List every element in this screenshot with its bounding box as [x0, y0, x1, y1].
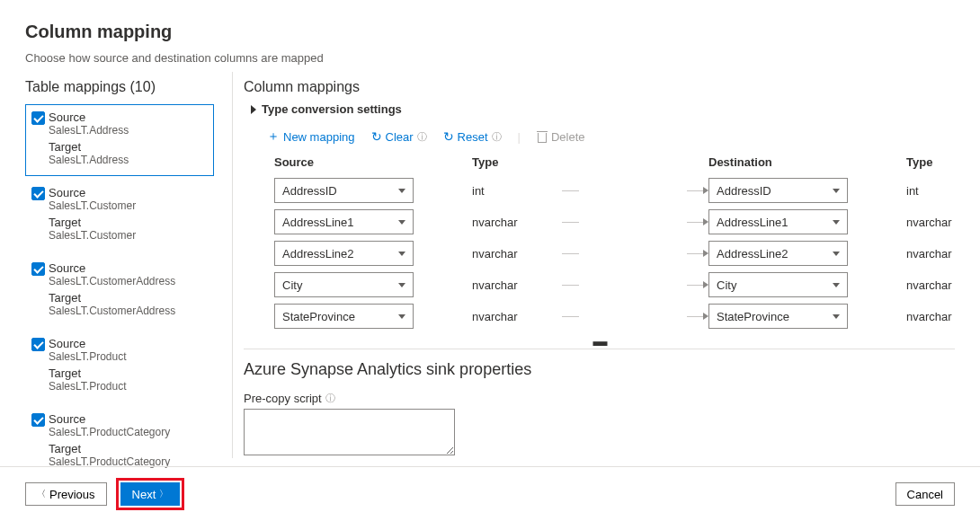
precopy-script-input[interactable] — [244, 409, 455, 455]
grip-icon: ▬ — [588, 340, 611, 344]
reset-button[interactable]: ↻ Reset ⓘ — [443, 129, 502, 144]
source-label: Source — [49, 261, 208, 275]
chevron-left-icon: 〈 — [37, 488, 46, 500]
precopy-script-label: Pre-copy script — [244, 392, 322, 405]
next-label: Next — [132, 488, 156, 501]
clear-button[interactable]: ↻ Clear ⓘ — [371, 129, 427, 144]
target-label: Target — [49, 216, 208, 229]
cancel-label: Cancel — [907, 488, 943, 501]
columns-area: Source AddressIDAddressLine1AddressLine2… — [244, 155, 955, 335]
next-button-highlight: Next 〉 — [116, 478, 185, 510]
page-header: Column mapping Choose how source and des… — [0, 0, 980, 72]
info-icon: ⓘ — [492, 130, 502, 144]
destination-column-header: Destination — [708, 155, 906, 169]
dest-type-value: nvarchar — [906, 304, 955, 329]
source-name: SalesLT.Customer — [49, 199, 208, 212]
page-subtitle: Choose how source and destination column… — [25, 51, 955, 65]
info-icon: ⓘ — [325, 392, 335, 405]
panel-resizer[interactable]: ▬ — [244, 335, 955, 349]
mappings-toolbar: ＋ New mapping ↻ Clear ⓘ ↻ Reset ⓘ | Dele… — [267, 128, 955, 145]
source-type-value: nvarchar — [472, 272, 562, 297]
table-mapping-item[interactable]: Source SalesLT.Customer Target SalesLT.C… — [25, 180, 214, 252]
destination-column-dropdown[interactable]: StateProvince — [708, 304, 848, 329]
source-column-dropdown[interactable]: AddressLine1 — [274, 209, 414, 234]
target-label: Target — [49, 366, 208, 380]
mapping-checkbox[interactable] — [31, 111, 45, 125]
type-conversion-toggle[interactable]: Type conversion settings — [251, 102, 955, 116]
mapping-connector — [562, 241, 708, 266]
destination-column-dropdown[interactable]: City — [708, 272, 848, 297]
info-icon: ⓘ — [417, 130, 427, 144]
previous-button[interactable]: 〈 Previous — [25, 482, 107, 506]
source-column-dropdown[interactable]: AddressLine2 — [274, 241, 414, 266]
sink-properties-section: Azure Synapse Analytics sink properties … — [244, 349, 955, 458]
mapping-connector — [562, 178, 708, 203]
dest-type-value: nvarchar — [906, 241, 955, 266]
source-name: SalesLT.Product — [49, 350, 208, 363]
source-column-dropdown[interactable]: StateProvince — [274, 304, 414, 329]
source-label: Source — [49, 337, 208, 350]
source-name: SalesLT.CustomerAddress — [49, 275, 208, 287]
mapping-checkbox[interactable] — [31, 187, 45, 200]
source-type-value: nvarchar — [472, 241, 562, 266]
source-type-value: int — [472, 178, 562, 203]
table-mappings-panel: Table mappings (10) Source SalesLT.Addre… — [25, 72, 214, 458]
mapping-connector — [562, 272, 708, 297]
dest-type-column-header: Type — [906, 155, 955, 169]
source-label: Source — [49, 412, 208, 426]
target-label: Target — [49, 291, 208, 305]
delete-button: Delete — [537, 130, 585, 144]
target-name: SalesLT.CustomerAddress — [49, 305, 208, 317]
target-label: Target — [49, 140, 208, 154]
trash-icon — [537, 131, 548, 143]
target-name: SalesLT.Customer — [49, 229, 208, 242]
previous-label: Previous — [49, 488, 95, 501]
mapping-connector — [562, 209, 708, 234]
type-conversion-label: Type conversion settings — [262, 102, 402, 116]
mapping-checkbox[interactable] — [31, 413, 45, 427]
target-name: SalesLT.Product — [49, 380, 208, 393]
wizard-footer: 〈 Previous Next 〉 Cancel — [0, 466, 980, 521]
delete-label: Delete — [551, 130, 585, 144]
dest-type-value: nvarchar — [906, 209, 955, 234]
source-column-header: Source — [274, 155, 472, 169]
table-mapping-item[interactable]: Source SalesLT.Product Target SalesLT.Pr… — [25, 331, 214, 402]
source-name: SalesLT.ProductCategory — [49, 426, 208, 438]
new-mapping-button[interactable]: ＋ New mapping — [267, 128, 355, 145]
column-mappings-title: Column mappings — [244, 79, 955, 95]
dest-type-value: int — [906, 178, 955, 203]
page-title: Column mapping — [25, 22, 955, 42]
chevron-right-icon: 〉 — [159, 488, 168, 500]
source-type-value: nvarchar — [472, 304, 562, 329]
table-mapping-item[interactable]: Source SalesLT.Address Target SalesLT.Ad… — [25, 104, 214, 176]
next-button[interactable]: Next 〉 — [120, 482, 181, 506]
mapping-checkbox[interactable] — [31, 338, 45, 351]
source-type-value: nvarchar — [472, 209, 562, 234]
source-column-dropdown[interactable]: AddressID — [274, 178, 414, 203]
clear-label: Clear — [386, 130, 414, 144]
destination-column-dropdown[interactable]: AddressLine2 — [708, 241, 848, 266]
source-column-dropdown[interactable]: City — [274, 272, 414, 297]
source-name: SalesLT.Address — [49, 124, 208, 137]
caret-right-icon — [251, 105, 256, 114]
refresh-icon: ↻ — [443, 129, 454, 144]
plus-icon: ＋ — [267, 128, 280, 145]
column-mappings-panel: Column mappings Type conversion settings… — [232, 72, 955, 458]
mapping-checkbox[interactable] — [31, 262, 45, 276]
mapping-connector — [562, 304, 708, 329]
sink-title: Azure Synapse Analytics sink properties — [244, 360, 955, 379]
new-mapping-label: New mapping — [283, 130, 355, 144]
dest-type-value: nvarchar — [906, 272, 955, 297]
source-label: Source — [49, 110, 208, 124]
source-label: Source — [49, 186, 208, 199]
destination-column-dropdown[interactable]: AddressLine1 — [708, 209, 848, 234]
target-label: Target — [49, 442, 208, 455]
cancel-button[interactable]: Cancel — [895, 482, 955, 506]
reset-label: Reset — [458, 130, 488, 144]
type-column-header: Type — [472, 155, 562, 169]
destination-column-dropdown[interactable]: AddressID — [708, 178, 848, 203]
target-name: SalesLT.Address — [49, 154, 208, 166]
table-mappings-title: Table mappings (10) — [25, 79, 214, 95]
refresh-icon: ↻ — [371, 129, 382, 144]
table-mapping-item[interactable]: Source SalesLT.CustomerAddress Target Sa… — [25, 255, 214, 327]
